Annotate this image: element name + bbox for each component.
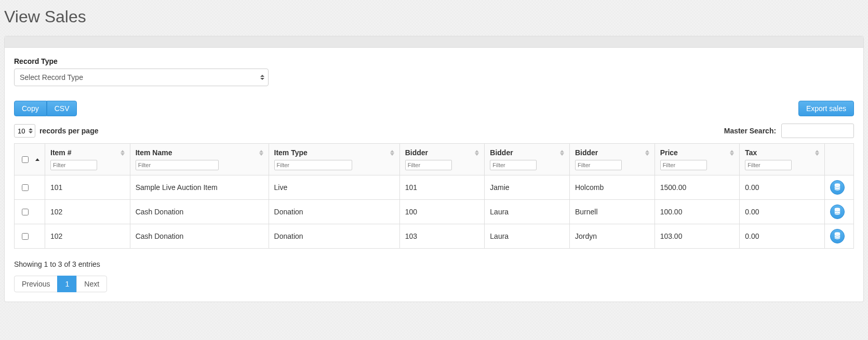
cell-bidder-first: Jamie [485,175,570,200]
cell-bidder-first: Laura [485,224,570,249]
pagination-next[interactable]: Next [76,276,107,292]
sort-icon[interactable] [475,150,479,156]
cell-item-name: Cash Donation [130,200,269,224]
row-checkbox[interactable] [22,209,29,215]
cell-bidder-last: Burnell [569,200,655,224]
cell-item-no: 102 [45,224,130,249]
col-bidder-first[interactable]: Bidder [485,144,570,175]
col-price[interactable]: Price [655,144,740,175]
master-search-input[interactable] [781,124,854,138]
col-select-all [15,144,45,175]
cell-tax: 0.00 [740,175,825,200]
col-label: Item Name [136,148,172,157]
database-icon [834,208,840,216]
cell-item-no: 102 [45,200,130,224]
cell-item-type: Live [269,175,399,200]
svg-point-0 [835,183,840,186]
record-type-label: Record Type [14,57,854,65]
col-label: Item Type [274,148,308,157]
toolbar: Copy CSV Export sales [14,101,854,116]
col-bidder-no[interactable]: Bidder [399,144,485,175]
cell-price: 103.00 [655,224,740,249]
sort-icon[interactable] [815,150,819,156]
table-controls: 10 records per page Master Search: [14,124,854,138]
cell-bidder-last: Holcomb [569,175,655,200]
cell-item-type: Donation [269,200,399,224]
record-type-select[interactable]: Select Record Type [14,69,269,86]
sort-icon[interactable] [259,150,263,156]
col-label: Tax [745,148,757,157]
cell-bidder-no: 103 [399,224,485,249]
cell-item-no: 101 [45,175,130,200]
cell-bidder-no: 100 [399,200,485,224]
copy-button[interactable]: Copy [14,101,47,116]
col-item-type[interactable]: Item Type [269,144,399,175]
cell-bidder-first: Laura [485,200,570,224]
col-label: Bidder [490,148,513,157]
cell-tax: 0.00 [740,224,825,249]
sort-icon[interactable] [390,150,394,156]
cell-bidder-last: Jordyn [569,224,655,249]
sort-icon[interactable] [35,158,39,161]
export-sales-button[interactable]: Export sales [798,101,854,116]
row-action-button[interactable] [830,229,845,243]
csv-button[interactable]: CSV [47,101,77,116]
col-actions [825,144,854,175]
cell-bidder-no: 101 [399,175,485,200]
sort-icon[interactable] [645,150,649,156]
row-action-button[interactable] [830,180,845,195]
svg-point-2 [835,232,840,235]
row-action-button[interactable] [830,205,845,219]
export-button-group: Copy CSV [14,101,77,116]
col-label: Item # [50,148,71,157]
page-length-select[interactable]: 10 [14,124,35,138]
col-label: Bidder [575,148,598,157]
col-tax[interactable]: Tax [740,144,825,175]
filter-tax[interactable] [745,160,792,170]
pagination-page-1[interactable]: 1 [57,276,77,292]
database-icon [834,232,840,241]
cell-item-name: Sample Live Auction Item [130,175,269,200]
sort-icon[interactable] [560,150,564,156]
filter-item-no[interactable] [50,160,97,170]
table-info: Showing 1 to 3 of 3 entries [14,260,854,268]
length-suffix: records per page [39,127,99,135]
sales-panel: Record Type Select Record Type Copy CSV … [4,36,864,302]
svg-point-1 [835,208,840,210]
sales-table: Item # Item Name [14,143,854,249]
col-label: Price [660,148,678,157]
panel-header [5,36,863,48]
col-item-no[interactable]: Item # [45,144,130,175]
col-label: Bidder [405,148,428,157]
sort-icon[interactable] [121,150,125,156]
panel-body: Record Type Select Record Type Copy CSV … [5,48,863,302]
cell-item-type: Donation [269,224,399,249]
filter-price[interactable] [660,160,707,170]
record-type-select-wrap: Select Record Type [14,69,269,86]
filter-bidder-first[interactable] [490,160,537,170]
page-title: View Sales [4,7,868,26]
master-search: Master Search: [724,124,854,138]
row-checkbox[interactable] [22,184,29,191]
pagination: Previous 1 Next [14,276,854,292]
table-row: 101Sample Live Auction ItemLive101JamieH… [15,175,854,200]
pagination-prev[interactable]: Previous [14,276,58,292]
row-checkbox[interactable] [22,233,29,240]
cell-item-name: Cash Donation [130,224,269,249]
table-row: 102Cash DonationDonation100LauraBurnell1… [15,200,854,224]
sort-icon[interactable] [730,150,734,156]
filter-item-type[interactable] [274,160,352,170]
filter-bidder-no[interactable] [405,160,452,170]
cell-tax: 0.00 [740,200,825,224]
cell-price: 1500.00 [655,175,740,200]
length-control: 10 records per page [14,124,99,138]
cell-price: 100.00 [655,200,740,224]
master-search-label: Master Search: [724,127,776,135]
table-row: 102Cash DonationDonation103LauraJordyn10… [15,224,854,249]
filter-item-name[interactable] [136,160,219,170]
col-item-name[interactable]: Item Name [130,144,269,175]
filter-bidder-last[interactable] [575,160,622,170]
database-icon [834,183,840,192]
select-all-checkbox[interactable] [22,156,29,163]
col-bidder-last[interactable]: Bidder [569,144,655,175]
